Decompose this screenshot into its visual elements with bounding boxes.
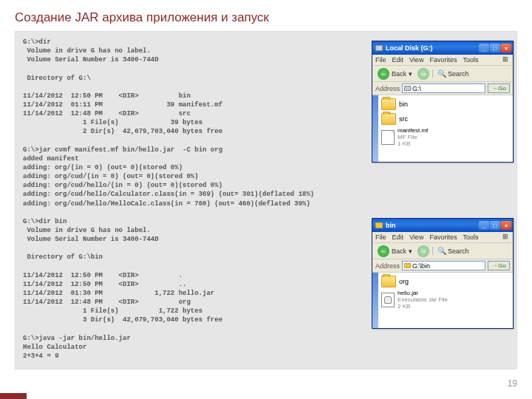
toolbar: ← Back ▾ → 🔍 Search [372, 66, 513, 82]
forward-button[interactable]: → [417, 68, 429, 80]
search-label: Search [448, 248, 469, 255]
maximize-button[interactable]: □ [490, 44, 500, 52]
file-label: bin [399, 100, 408, 108]
address-bar: Address G:\ → Go [372, 82, 513, 95]
folder-icon [404, 263, 411, 268]
footer-accent [0, 393, 27, 399]
file-list: org hello.jar Executable Jar File 2 KB [378, 273, 513, 328]
back-label: Back [392, 248, 406, 255]
drive-icon [375, 45, 383, 51]
search-button[interactable]: 🔍 Search [432, 247, 469, 255]
chevron-down-icon: ▾ [409, 70, 412, 78]
menu-edit[interactable]: Edit [392, 233, 404, 241]
minimize-button[interactable]: _ [479, 44, 489, 52]
file-size: 2 KB [398, 304, 448, 310]
address-input[interactable]: G:\ [402, 83, 485, 93]
file-item-hellojar[interactable]: hello.jar Executable Jar File 2 KB [381, 290, 510, 310]
window-title: Local Disk (G:) [386, 44, 479, 52]
folder-item-org[interactable]: org [381, 276, 510, 287]
chevron-down-icon: ▾ [409, 248, 412, 255]
page-number: 19 [508, 378, 517, 389]
drive-icon [404, 86, 411, 91]
titlebar[interactable]: bin _ □ × [372, 219, 513, 232]
menu-edit[interactable]: Edit [392, 56, 404, 64]
folder-icon [381, 113, 396, 125]
menu-tools[interactable]: Tools [463, 233, 478, 241]
toolbar: ← Back ▾ → 🔍 Search [372, 243, 513, 259]
back-icon: ← [378, 245, 389, 257]
windows-logo-icon: ⊞ [502, 55, 511, 64]
go-button[interactable]: → Go [488, 261, 510, 270]
explorer-window-bin: bin _ □ × File Edit View Favorites Tools… [372, 218, 514, 329]
side-panel [372, 273, 378, 328]
titlebar[interactable]: Local Disk (G:) _ □ × [372, 41, 513, 55]
search-icon: 🔍 [437, 247, 446, 255]
windows-logo-icon: ⊞ [502, 233, 511, 242]
folder-icon [381, 98, 396, 110]
slide-title: Создание JAR архива приложения и запуск [0, 0, 532, 31]
go-button[interactable]: → Go [488, 83, 510, 93]
side-panel [372, 95, 378, 162]
close-button[interactable]: × [501, 44, 511, 52]
close-button[interactable]: × [501, 221, 511, 230]
explorer-window-g: Local Disk (G:) _ □ × File Edit View Fav… [372, 41, 514, 163]
menu-bar: File Edit View Favorites Tools ⊞ [372, 232, 513, 243]
folder-icon [381, 276, 396, 287]
menu-bar: File Edit View Favorites Tools ⊞ [372, 55, 513, 66]
jar-icon [381, 293, 395, 307]
file-list: bin src manifest.mf MF File 1 KB [378, 95, 513, 162]
search-button[interactable]: 🔍 Search [432, 69, 469, 78]
menu-view[interactable]: View [409, 233, 423, 241]
file-label: src [399, 115, 408, 123]
back-icon: ← [378, 68, 389, 80]
menu-file[interactable]: File [375, 56, 386, 64]
address-label: Address [375, 85, 400, 92]
back-button[interactable]: ← Back ▾ [375, 67, 415, 81]
folder-item-bin[interactable]: bin [381, 98, 510, 110]
back-button[interactable]: ← Back ▾ [375, 245, 415, 258]
address-input[interactable]: G:\bin [402, 261, 485, 270]
menu-view[interactable]: View [409, 56, 423, 64]
file-item-manifest[interactable]: manifest.mf MF File 1 KB [381, 128, 510, 147]
back-label: Back [392, 70, 406, 78]
search-icon: 🔍 [437, 69, 446, 78]
forward-button[interactable]: → [417, 245, 429, 257]
file-label: org [399, 278, 409, 285]
search-label: Search [448, 70, 469, 78]
menu-favorites[interactable]: Favorites [429, 233, 457, 241]
minimize-button[interactable]: _ [479, 221, 489, 230]
menu-tools[interactable]: Tools [463, 56, 478, 64]
folder-item-src[interactable]: src [381, 113, 510, 125]
address-path: G:\bin [412, 262, 430, 270]
menu-favorites[interactable]: Favorites [429, 56, 457, 64]
address-bar: Address G:\bin → Go [372, 259, 513, 273]
address-path: G:\ [412, 85, 421, 92]
maximize-button[interactable]: □ [490, 221, 500, 230]
folder-icon [375, 222, 383, 228]
address-label: Address [375, 262, 400, 270]
file-icon [381, 130, 395, 145]
menu-file[interactable]: File [375, 233, 386, 241]
window-title: bin [386, 222, 479, 229]
file-size: 1 KB [398, 141, 428, 148]
